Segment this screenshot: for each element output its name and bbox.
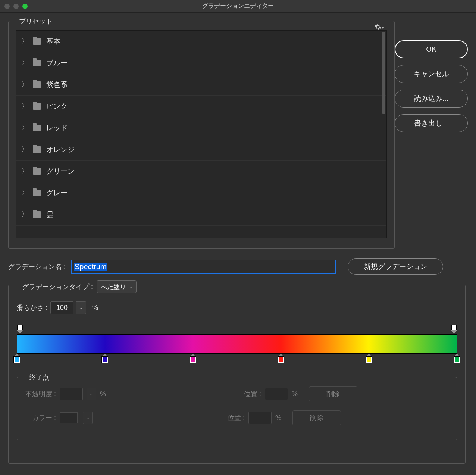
- minimize-window-icon[interactable]: [13, 4, 19, 9]
- opacity-delete-button: 削除: [309, 386, 357, 401]
- color-stop[interactable]: [190, 354, 196, 363]
- opacity-unit: %: [100, 390, 106, 398]
- presets-list[interactable]: 〉基本〉ブルー〉紫色系〉ピンク〉レッド〉オレンジ〉グリーン〉グレー〉雲: [16, 30, 387, 238]
- gradient-editor: [17, 325, 457, 369]
- gradient-settings-panel: グラデーションタイプ : べた塗り ⌄ 滑らかさ : ⌄ % 終了点 不透明度 …: [8, 285, 466, 464]
- gradient-type-value: べた塗り: [101, 283, 126, 291]
- color-position-label: 位置 :: [228, 413, 245, 422]
- gradient-name-label: グラデーション名 :: [8, 262, 66, 271]
- chevron-right-icon: 〉: [22, 59, 28, 67]
- gradient-type-label: グラデーションタイプ :: [22, 282, 93, 291]
- preset-folder-label: レッド: [46, 123, 68, 133]
- chevron-right-icon: 〉: [22, 124, 28, 132]
- folder-icon: [33, 38, 41, 45]
- color-swatch: [60, 412, 78, 423]
- endpoint-panel: 終了点 不透明度 : ⌄ % 位置 : % 削除 カラー : ⌄ 位置 : %: [17, 377, 457, 440]
- new-gradient-button[interactable]: 新規グラデーション: [348, 258, 443, 275]
- folder-icon: [33, 60, 41, 66]
- preset-folder-row[interactable]: 〉雲: [16, 204, 386, 226]
- presets-panel: プリセット ▾ 〉基本〉ブルー〉紫色系〉ピンク〉レッド〉オレンジ〉グリーン〉グレ…: [8, 21, 395, 249]
- chevron-down-icon: ⌄: [129, 285, 132, 289]
- preset-folder-label: オレンジ: [46, 145, 75, 155]
- smoothness-input[interactable]: [50, 301, 73, 314]
- preset-folder-row[interactable]: 〉グリーン: [16, 161, 386, 182]
- preset-folder-label: 紫色系: [46, 80, 68, 90]
- ok-button[interactable]: OK: [395, 40, 468, 58]
- preset-folder-row[interactable]: 〉ピンク: [16, 96, 386, 117]
- presets-scrollbar[interactable]: [382, 32, 385, 114]
- gradient-name-input[interactable]: Spectrum: [71, 260, 336, 274]
- color-label: カラー :: [32, 413, 56, 422]
- chevron-down-icon: ▾: [382, 26, 384, 30]
- chevron-right-icon: 〉: [22, 167, 28, 175]
- preset-folder-row[interactable]: 〉オレンジ: [16, 139, 386, 161]
- opacity-position-label: 位置 :: [244, 389, 261, 398]
- preset-folder-label: グレー: [46, 188, 68, 198]
- opacity-label: 不透明度 :: [25, 389, 56, 398]
- folder-icon: [33, 211, 41, 218]
- opacity-stop-left-handle[interactable]: [17, 330, 23, 333]
- preset-folder-label: グリーン: [46, 167, 75, 176]
- chevron-right-icon: 〉: [22, 211, 28, 218]
- color-stop[interactable]: [366, 354, 372, 363]
- cancel-button[interactable]: キャンセル: [395, 65, 468, 83]
- folder-icon: [33, 103, 41, 110]
- opacity-stop-left[interactable]: [17, 325, 23, 330]
- opacity-stop-right-handle[interactable]: [451, 330, 457, 333]
- dialog-buttons: OK キャンセル 読み込み... 書き出し...: [395, 40, 468, 132]
- preset-folder-row[interactable]: 〉紫色系: [16, 74, 386, 96]
- color-stops-row: [17, 354, 457, 365]
- gradient-bar[interactable]: [17, 334, 457, 354]
- gradient-name-row: グラデーション名 : Spectrum 新規グラデーション: [8, 258, 468, 275]
- color-stepper: ⌄: [83, 412, 93, 424]
- preset-folder-row[interactable]: 〉基本: [16, 31, 386, 52]
- folder-icon: [33, 190, 41, 196]
- preset-folder-label: 基本: [46, 37, 60, 46]
- chevron-right-icon: 〉: [22, 146, 28, 153]
- opacity-input: [60, 388, 83, 400]
- smoothness-unit: %: [92, 304, 98, 312]
- opacity-stepper: ⌄: [87, 388, 96, 400]
- smoothness-stepper[interactable]: ⌄: [76, 301, 86, 314]
- window-controls: [0, 4, 28, 9]
- preset-folder-label: 雲: [46, 210, 53, 220]
- presets-legend: プリセット: [16, 17, 56, 26]
- color-position-input: [248, 412, 272, 424]
- smoothness-row: 滑らかさ : ⌄ %: [17, 301, 457, 314]
- chevron-right-icon: 〉: [22, 189, 28, 197]
- gradient-type-legend: グラデーションタイプ : べた塗り ⌄: [19, 280, 140, 293]
- preset-folder-row[interactable]: 〉ブルー: [16, 52, 386, 74]
- preset-folder-label: ブルー: [46, 58, 68, 68]
- opacity-position-input: [265, 388, 288, 400]
- folder-icon: [33, 168, 41, 175]
- chevron-right-icon: 〉: [22, 81, 28, 89]
- preset-folder-row[interactable]: 〉グレー: [16, 182, 386, 204]
- smoothness-label: 滑らかさ :: [17, 303, 47, 312]
- chevron-right-icon: 〉: [22, 37, 28, 45]
- load-button[interactable]: 読み込み...: [395, 90, 468, 108]
- gradient-name-value: Spectrum: [74, 263, 107, 271]
- opacity-position-unit: %: [292, 390, 298, 398]
- color-position-unit: %: [275, 414, 281, 422]
- chevron-right-icon: 〉: [22, 102, 28, 110]
- color-stop[interactable]: [454, 354, 460, 363]
- color-stop[interactable]: [102, 354, 108, 363]
- gradient-type-dropdown[interactable]: べた塗り ⌄: [97, 280, 137, 293]
- close-window-icon[interactable]: [4, 4, 10, 9]
- folder-icon: [33, 146, 41, 153]
- save-button[interactable]: 書き出し...: [395, 114, 468, 132]
- folder-icon: [33, 125, 41, 131]
- opacity-stop-right[interactable]: [451, 325, 457, 330]
- preset-folder-label: ピンク: [46, 102, 68, 111]
- endpoint-legend: 終了点: [26, 373, 52, 382]
- color-stop[interactable]: [14, 354, 20, 363]
- window-title: グラデーションエディター: [202, 2, 274, 10]
- zoom-window-icon[interactable]: [22, 4, 28, 9]
- color-stop[interactable]: [278, 354, 284, 363]
- folder-icon: [33, 81, 41, 88]
- color-delete-button: 削除: [292, 410, 341, 425]
- titlebar: グラデーションエディター: [0, 0, 476, 13]
- preset-folder-row[interactable]: 〉レッド: [16, 117, 386, 139]
